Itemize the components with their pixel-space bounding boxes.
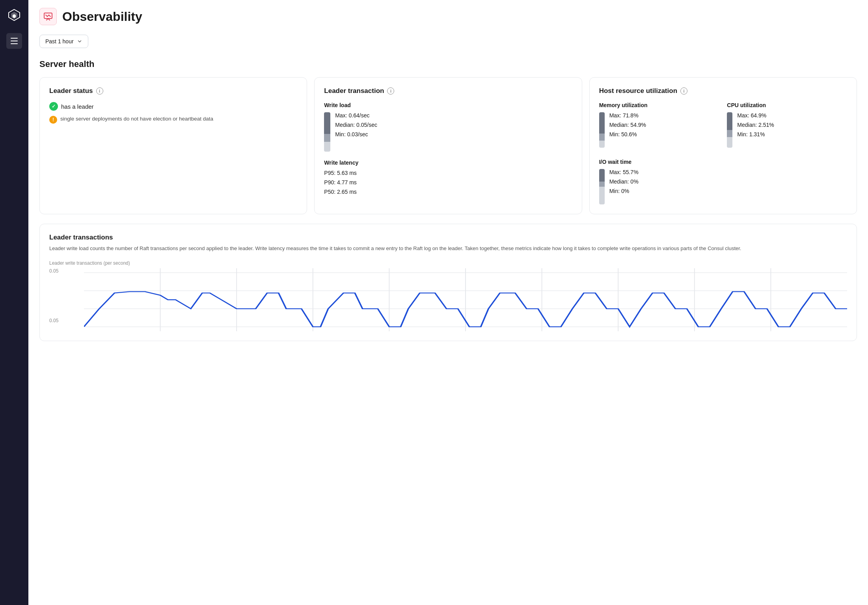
io-title: I/O wait time: [599, 159, 719, 165]
host-resource-info-icon[interactable]: i: [680, 87, 687, 95]
cpu-title: CPU utilization: [727, 102, 847, 108]
toolbar: Past 1 hour: [39, 35, 857, 48]
leader-transaction-info-icon[interactable]: i: [387, 87, 394, 95]
chart-label: Leader write transactions (per second): [49, 260, 847, 266]
line-chart-svg: [84, 268, 847, 331]
host-grid: Memory utilization Max: 71.8% Median: 54…: [599, 102, 847, 204]
section-title: Server health: [39, 59, 857, 69]
cpu-median: Median: 2.51%: [737, 122, 774, 128]
io-metrics: Max: 55.7% Median: 0% Min: 0%: [599, 169, 719, 204]
memory-list: Max: 71.8% Median: 54.9% Min: 50.6%: [609, 112, 646, 137]
cpu-section: CPU utilization Max: 64.9% Median: 2.51%…: [727, 102, 847, 148]
memory-bar: [599, 112, 605, 148]
write-load-bar: [324, 112, 330, 152]
leader-transaction-card: Leader transaction i Write load Max: 0.6…: [314, 77, 582, 214]
cpu-metrics: Max: 64.9% Median: 2.51% Min: 1.31%: [727, 112, 847, 148]
leader-transaction-card-title: Leader transaction i: [324, 87, 572, 95]
sidebar: [0, 0, 28, 605]
cpu-min: Min: 1.31%: [737, 131, 774, 137]
write-latency-p95: P95: 5.63 ms: [324, 170, 572, 176]
leader-status-card: Leader status i has a leader single serv…: [39, 77, 307, 214]
write-latency-list: P95: 5.63 ms P90: 4.77 ms P50: 2.65 ms: [324, 170, 572, 195]
host-resource-card-title: Host resource utilization i: [599, 87, 847, 95]
warning-text: single server deployments do not have el…: [60, 115, 213, 123]
chart-y-top: 0.05: [49, 268, 65, 274]
write-load-min: Min: 0.03/sec: [335, 131, 377, 137]
chart-description: Leader write load counts the number of R…: [49, 245, 847, 252]
cpu-max: Max: 64.9%: [737, 112, 774, 119]
io-min: Min: 0%: [609, 188, 639, 194]
write-latency-p50: P50: 2.65 ms: [324, 189, 572, 195]
page-icon: [39, 8, 57, 25]
io-max: Max: 55.7%: [609, 169, 639, 175]
chart-title: Leader transactions: [49, 234, 847, 241]
memory-metrics: Max: 71.8% Median: 54.9% Min: 50.6%: [599, 112, 719, 148]
cpu-bar: [727, 112, 732, 148]
menu-button[interactable]: [6, 33, 22, 49]
write-load-max: Max: 0.64/sec: [335, 112, 377, 119]
write-latency-p90: P90: 4.77 ms: [324, 179, 572, 186]
memory-max: Max: 71.8%: [609, 112, 646, 119]
memory-min: Min: 50.6%: [609, 131, 646, 137]
write-latency-section: Write latency P95: 5.63 ms P90: 4.77 ms …: [324, 160, 572, 195]
leader-status-card-title: Leader status i: [49, 87, 297, 95]
has-leader-label: has a leader: [61, 103, 94, 110]
write-load-list: Max: 0.64/sec Median: 0.05/sec Min: 0.03…: [335, 112, 377, 137]
io-bar: [599, 169, 605, 204]
warning-icon: [49, 116, 57, 124]
io-section: I/O wait time Max: 55.7% Median: 0% Min:…: [599, 159, 719, 204]
leader-status-green-dot: [49, 102, 58, 111]
chevron-down-icon: [77, 39, 82, 44]
write-load-title: Write load: [324, 102, 572, 108]
sidebar-logo: [6, 6, 23, 24]
write-latency-title: Write latency: [324, 160, 572, 166]
main-content: Observability Past 1 hour Server health …: [28, 0, 868, 605]
host-resource-card: Host resource utilization i Memory utili…: [589, 77, 857, 214]
write-load-metrics: Max: 0.64/sec Median: 0.05/sec Min: 0.03…: [324, 112, 572, 152]
chart-container: 0.05 0.05: [49, 268, 847, 331]
page-title: Observability: [62, 9, 142, 24]
time-select-label: Past 1 hour: [45, 38, 74, 45]
cards-row: Leader status i has a leader single serv…: [39, 77, 857, 214]
memory-section: Memory utilization Max: 71.8% Median: 54…: [599, 102, 719, 148]
cpu-list: Max: 64.9% Median: 2.51% Min: 1.31%: [737, 112, 774, 137]
write-load-median: Median: 0.05/sec: [335, 122, 377, 128]
io-median: Median: 0%: [609, 178, 639, 185]
leader-transactions-chart-card: Leader transactions Leader write load co…: [39, 224, 857, 341]
warning-row: single server deployments do not have el…: [49, 115, 297, 124]
io-list: Max: 55.7% Median: 0% Min: 0%: [609, 169, 639, 194]
memory-median: Median: 54.9%: [609, 122, 646, 128]
has-leader-row: has a leader: [49, 102, 297, 111]
write-load-section: Write load Max: 0.64/sec Median: 0.05/se…: [324, 102, 572, 152]
page-header: Observability: [39, 8, 857, 25]
chart-svg-area: [84, 268, 847, 331]
time-select-dropdown[interactable]: Past 1 hour: [39, 35, 88, 48]
chart-y-bottom: 0.05: [49, 318, 65, 323]
chart-y-labels: 0.05 0.05: [49, 268, 65, 323]
memory-title: Memory utilization: [599, 102, 719, 108]
leader-status-info-icon[interactable]: i: [96, 87, 103, 95]
